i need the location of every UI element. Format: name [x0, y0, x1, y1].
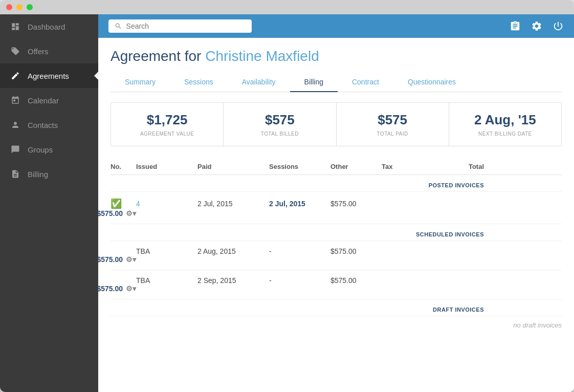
- total-paid-value: $575: [347, 112, 438, 128]
- tab-sessions[interactable]: Sessions: [170, 73, 228, 92]
- tba-sep-issued: 2 Sep, 2015: [197, 276, 269, 285]
- col-no: No.: [111, 163, 136, 170]
- sidebar-label-calendar: Calendar: [28, 96, 59, 105]
- sidebar-item-dashboard[interactable]: Dashboard: [0, 14, 98, 39]
- tba-aug-gear-button[interactable]: ⚙▾: [126, 255, 136, 264]
- dashboard-icon: [10, 21, 20, 32]
- next-billing-value: 2 Aug, '15: [459, 112, 551, 128]
- posted-invoices-label: POSTED INVOICES: [111, 175, 484, 191]
- section-label-scheduled: SCHEDULED INVOICES: [111, 224, 562, 241]
- col-paid: Paid: [197, 163, 269, 170]
- check-circle-icon: ✅: [111, 199, 122, 209]
- tba-sep-total: $575.00 ⚙▾: [111, 285, 136, 293]
- summary-cards: $1,725 AGREEMENT VALUE $575 TOTAL BILLED…: [111, 102, 562, 146]
- sidebar-label-groups: Groups: [28, 145, 53, 154]
- row4-check: ✅: [111, 198, 136, 209]
- row4-total: $575.00 ⚙▾: [111, 209, 136, 217]
- tba-sep-sessions: $575.00: [330, 276, 382, 285]
- header-bar: [98, 14, 574, 38]
- row4-paid: 2 Jul, 2015: [269, 200, 330, 208]
- agreement-value: $1,725: [121, 112, 213, 128]
- row4-gear-button[interactable]: ⚙▾: [126, 209, 136, 217]
- search-box[interactable]: [108, 19, 252, 33]
- tba-sep-no: TBA: [136, 276, 197, 285]
- col-total: Total: [423, 163, 484, 170]
- row4-no[interactable]: 4: [136, 200, 197, 208]
- row4-sessions: $575.00: [330, 200, 382, 208]
- sidebar-item-groups[interactable]: Groups: [0, 137, 98, 162]
- total-billed-label: TOTAL BILLED: [234, 131, 325, 137]
- tab-contract[interactable]: Contract: [338, 73, 393, 92]
- sidebar-item-agreements[interactable]: Agreements: [0, 63, 98, 88]
- sidebar-item-calendar[interactable]: Calendar: [0, 88, 98, 113]
- titlebar: [0, 0, 574, 14]
- header-actions: [510, 20, 564, 32]
- invoice-table: No. Issued Paid Sessions Other Tax Total…: [111, 159, 562, 334]
- title-name: Christine Maxfield: [205, 48, 319, 64]
- scheduled-invoices-label: SCHEDULED INVOICES: [111, 224, 484, 241]
- tba-sep-gear-button[interactable]: ⚙▾: [126, 285, 136, 293]
- summary-card-next-billing: 2 Aug, '15 NEXT BILLING DATE: [449, 103, 561, 146]
- groups-icon: [10, 144, 20, 155]
- draft-empty-message: no draft invoices: [111, 316, 562, 334]
- summary-card-agreement-value: $1,725 AGREEMENT VALUE: [111, 103, 224, 146]
- sidebar-item-contacts[interactable]: Contacts: [0, 113, 98, 137]
- section-label-draft: DRAFT INVOICES: [111, 299, 562, 316]
- sidebar-label-contacts: Contacts: [28, 121, 58, 129]
- title-prefix: Agreement for: [111, 48, 201, 64]
- sidebar-label-billing: Billing: [28, 170, 48, 179]
- col-sessions: Sessions: [269, 163, 330, 170]
- close-button[interactable]: [6, 4, 12, 10]
- tab-billing[interactable]: Billing: [290, 73, 338, 92]
- row4-issued: 2 Jul, 2015: [197, 200, 269, 208]
- page-title: Agreement for Christine Maxfield: [111, 38, 562, 73]
- search-icon: [115, 22, 122, 30]
- page-content: Agreement for Christine Maxfield Summary…: [98, 38, 574, 392]
- contacts-icon: [10, 120, 20, 130]
- agreements-icon: [10, 71, 20, 81]
- tba-aug-issued: 2 Aug, 2015: [197, 247, 269, 255]
- summary-card-total-paid: $575 TOTAL PAID: [337, 103, 449, 146]
- section-label-posted: POSTED INVOICES: [111, 175, 562, 192]
- tba-aug-paid: -: [269, 247, 330, 255]
- sidebar-label-dashboard: Dashboard: [28, 23, 65, 31]
- tba-sep-paid: -: [269, 276, 330, 285]
- invoice-row-4: ✅ 4 2 Jul, 2015 2 Jul, 2015 $575.00 $575…: [111, 192, 562, 224]
- power-icon[interactable]: [553, 20, 564, 32]
- tab-availability[interactable]: Availability: [228, 73, 290, 92]
- settings-icon[interactable]: [531, 20, 542, 32]
- clipboard-icon[interactable]: [510, 20, 521, 32]
- tba-aug-no: TBA: [136, 247, 197, 255]
- sidebar: Dashboard Offers Agreements Calendar: [0, 14, 98, 392]
- main-content: Agreement for Christine Maxfield Summary…: [98, 14, 574, 392]
- agreement-value-label: AGREEMENT VALUE: [121, 131, 213, 137]
- app-window: Dashboard Offers Agreements Calendar: [0, 0, 574, 392]
- minimize-button[interactable]: [16, 4, 23, 10]
- tabs: Summary Sessions Availability Billing Co…: [111, 73, 562, 92]
- col-tax: Tax: [382, 163, 423, 170]
- active-indicator: [94, 72, 98, 80]
- sidebar-item-billing[interactable]: Billing: [0, 162, 98, 186]
- tab-questionnaires[interactable]: Questionnaires: [393, 73, 470, 92]
- col-issued: Issued: [136, 163, 197, 170]
- sidebar-label-offers: Offers: [28, 47, 49, 56]
- total-billed-value: $575: [234, 112, 325, 128]
- tba-aug-total: $575.00 ⚙▾: [111, 255, 136, 264]
- search-input[interactable]: [126, 22, 246, 30]
- col-other: Other: [330, 163, 382, 170]
- tba-aug-sessions: $575.00: [330, 247, 382, 255]
- table-header: No. Issued Paid Sessions Other Tax Total: [111, 159, 562, 175]
- next-billing-label: NEXT BILLING DATE: [459, 131, 551, 137]
- billing-icon: [10, 169, 20, 179]
- invoice-row-tba-sep: TBA 2 Sep, 2015 - $575.00 $575.00 ⚙▾: [111, 270, 562, 299]
- maximize-button[interactable]: [27, 4, 33, 10]
- tab-summary[interactable]: Summary: [111, 73, 170, 92]
- sidebar-item-offers[interactable]: Offers: [0, 39, 98, 63]
- offers-icon: [10, 46, 20, 56]
- summary-card-total-billed: $575 TOTAL BILLED: [224, 103, 336, 146]
- invoice-row-tba-aug: TBA 2 Aug, 2015 - $575.00 $575.00 ⚙▾: [111, 241, 562, 270]
- total-paid-label: TOTAL PAID: [347, 131, 438, 137]
- sidebar-label-agreements: Agreements: [28, 72, 69, 80]
- calendar-icon: [10, 95, 20, 105]
- app-body: Dashboard Offers Agreements Calendar: [0, 14, 574, 392]
